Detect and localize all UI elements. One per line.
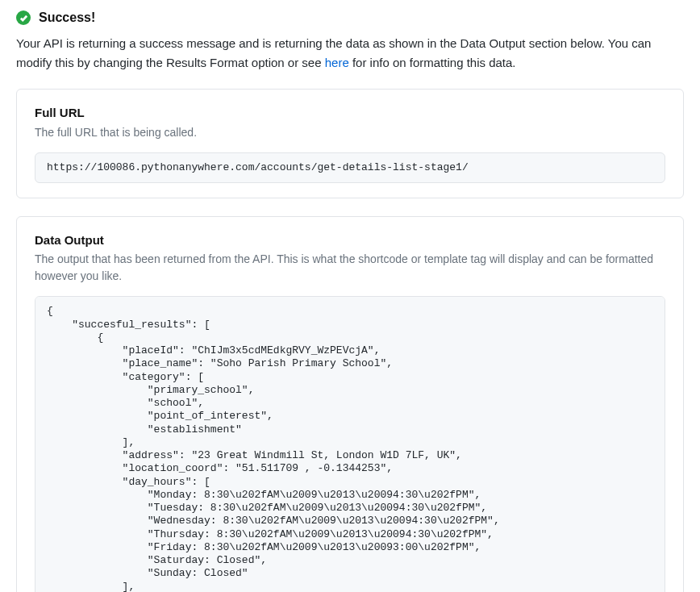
here-link[interactable]: here: [325, 56, 349, 69]
data-output-content[interactable]: { "succesful_results": [ { "placeId": "C…: [35, 296, 665, 592]
success-desc-after: for info on formatting this data.: [349, 56, 516, 69]
data-output-section: Data Output The output that has been ret…: [16, 216, 684, 592]
full-url-title: Full URL: [35, 104, 665, 123]
full-url-section: Full URL The full URL that is being call…: [16, 89, 684, 198]
success-header: Success!: [16, 8, 684, 27]
success-banner: Success! Your API is returning a success…: [16, 8, 684, 89]
success-description: Your API is returning a success message …: [16, 34, 684, 73]
data-output-title: Data Output: [35, 231, 665, 250]
check-circle-icon: [16, 10, 31, 25]
data-output-subtitle: The output that has been returned from t…: [35, 251, 665, 285]
success-title: Success!: [39, 8, 95, 27]
full-url-value[interactable]: https://100086.pythonanywhere.com/accoun…: [35, 152, 665, 183]
full-url-subtitle: The full URL that is being called.: [35, 124, 665, 141]
